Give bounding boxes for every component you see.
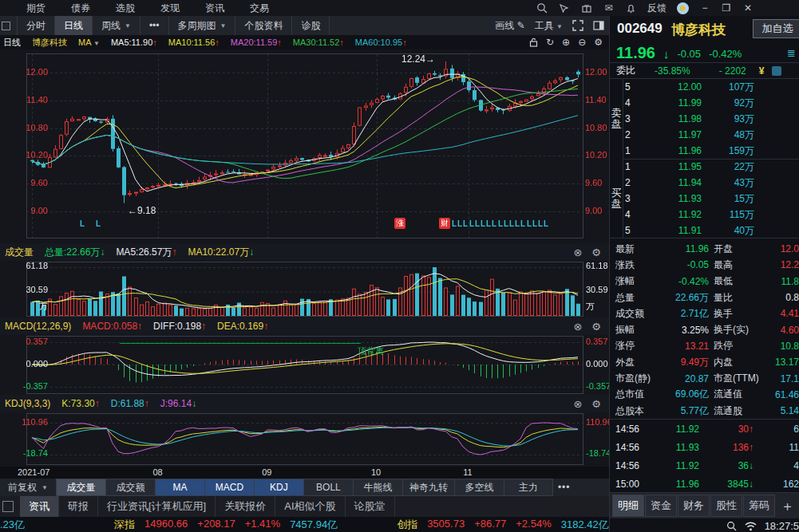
gear-icon[interactable]: ⚙ <box>591 398 601 410</box>
draw-line-button[interactable]: 画线 ✎ <box>495 19 524 33</box>
pointer-icon[interactable] <box>558 2 570 14</box>
index-name[interactable]: 创指 <box>397 518 417 532</box>
toolbar-tab-0[interactable]: 分时 <box>17 16 55 35</box>
refresh-icon[interactable]: ↻ <box>546 37 554 48</box>
gear-icon[interactable]: ⚙ <box>594 37 603 48</box>
gear-icon[interactable]: ⚙ <box>591 246 601 258</box>
close-panel-icon[interactable]: ⊗ <box>573 398 582 410</box>
search-icon[interactable] <box>726 521 737 531</box>
indicator-tab-主力[interactable]: 主力 <box>504 479 553 496</box>
close-panel-icon[interactable]: ⊗ <box>573 246 582 258</box>
adjust-mode-dropdown[interactable]: 前复权▼ <box>0 481 56 495</box>
gift-icon[interactable] <box>580 2 592 14</box>
book-row[interactable]: 111.9522万 <box>623 159 799 175</box>
event-badge[interactable]: 财 <box>439 218 450 229</box>
news-tab-3[interactable]: 关联报价 <box>216 496 275 517</box>
indicator-tab-成交量[interactable]: 成交量 <box>56 479 105 496</box>
panel-toggle-icon[interactable] <box>2 501 14 512</box>
news-tab-0[interactable]: 资讯 <box>20 496 59 517</box>
news-tab-4[interactable]: AI相似个股 <box>275 496 345 517</box>
quote-tab-筹码[interactable]: 筹码 <box>743 495 775 517</box>
minimize-button[interactable]: − <box>699 2 710 14</box>
book-row[interactable]: 311.9893万 <box>623 111 799 127</box>
event-badge[interactable]: 涨 <box>394 218 405 229</box>
gear-icon[interactable]: ⚙ <box>591 321 601 333</box>
indicator-tab-成交额[interactable]: 成交额 <box>105 479 155 496</box>
stat-row: 涨幅-0.42%最低11.8 <box>610 274 799 290</box>
indicator-tab-MA[interactable]: MA <box>155 479 204 496</box>
fullscreen-icon[interactable] <box>572 20 583 31</box>
time-axis-label: 2021-07 <box>18 467 49 477</box>
kdj-plot[interactable]: 110.96 -18.74 110.96 -18.74 <box>0 412 609 467</box>
search-icon[interactable] <box>536 2 548 14</box>
stat-value: 22.66万 <box>659 291 709 305</box>
book-row[interactable]: 311.9315万 <box>623 191 799 207</box>
feedback-link[interactable]: 反馈 <box>647 2 666 15</box>
maximize-button[interactable]: ❐ <box>721 2 732 14</box>
add-watchlist-button[interactable]: 加自选 <box>753 19 799 38</box>
add-tab-button[interactable]: ＋ <box>781 497 794 515</box>
indicator-tab-BOLL[interactable]: BOLL <box>303 479 353 496</box>
book-row[interactable]: 511.9140万 <box>623 223 799 238</box>
panel-layout-icon[interactable] <box>593 21 604 30</box>
menu-item-2[interactable]: 选股 <box>116 2 135 15</box>
zoom-out-icon[interactable]: ⊖ <box>578 37 586 48</box>
volume-plot[interactable]: 61.18 30.59 万 61.18 30.59 万 <box>0 261 609 317</box>
book-row[interactable]: 512.00107万 <box>623 79 799 95</box>
menu-item-1[interactable]: 债券 <box>71 2 90 15</box>
mail-icon[interactable]: ✉ <box>603 2 615 14</box>
bell-icon[interactable] <box>625 2 637 14</box>
list-icon[interactable]: ≣ <box>787 47 796 59</box>
tick-row[interactable]: 14:5611.93136↑11 <box>610 438 799 456</box>
indicator-tab-牛熊线[interactable]: 牛熊线 <box>353 479 402 496</box>
news-tab-2[interactable]: 行业资讯[计算机应用] <box>98 496 216 517</box>
book-row[interactable]: 111.96159万 <box>623 143 799 159</box>
book-row[interactable]: 211.9443万 <box>623 175 799 191</box>
stat-label: 量比 <box>709 291 761 305</box>
book-row[interactable]: 411.9992万 <box>623 95 799 111</box>
ma-dropdown[interactable]: MA ▼ <box>78 37 100 47</box>
tick-row[interactable]: 14:5611.9230↑6 <box>610 420 799 438</box>
menu-item-0[interactable]: 期货 <box>26 2 45 15</box>
close-panel-icon[interactable]: ⊗ <box>573 321 582 333</box>
indicator-tab-神奇九转[interactable]: 神奇九转 <box>402 479 454 496</box>
news-tab-1[interactable]: 研报 <box>59 496 98 517</box>
quote-tab-明细[interactable]: 明细 <box>612 495 644 517</box>
indicator-tab-KDJ[interactable]: KDJ <box>254 479 303 496</box>
book-row[interactable]: 211.9748万 <box>623 127 799 143</box>
volume-title[interactable]: 成交量 <box>5 246 34 259</box>
yen-icon[interactable]: ¥ <box>759 65 765 77</box>
zoom-in-icon[interactable]: ⊕ <box>562 37 570 48</box>
toolbar-tab-5[interactable]: 个股资料 <box>235 16 292 35</box>
kline-chart[interactable]: 12.0012.0011.4011.4010.8010.8010.2010.20… <box>0 49 609 243</box>
toolbar-tab-6[interactable]: 诊股 <box>292 16 330 35</box>
close-button[interactable]: ✕ <box>742 2 754 14</box>
toolbar-tab-label: 多周期图 <box>178 19 216 33</box>
menu-item-5[interactable]: 交易 <box>250 2 269 15</box>
indicator-tab-多空线[interactable]: 多空线 <box>454 479 504 496</box>
macd-title[interactable]: MACD(12,26,9) <box>5 321 71 332</box>
toolbar-tab-1[interactable]: 日线 <box>55 16 93 35</box>
tick-row[interactable]: 14:5611.9236↓4 <box>610 456 799 475</box>
tools-button[interactable]: 工具 ▼ <box>535 19 563 33</box>
toolbar-tab-2[interactable]: 周线▼ <box>93 16 140 35</box>
lock-icon[interactable] <box>529 37 538 47</box>
indicator-tab-MACD[interactable]: MACD <box>204 479 254 496</box>
toolbar-tab-4[interactable]: 多周期图▼ <box>169 16 236 35</box>
stat-label: 最新 <box>610 242 659 256</box>
macd-plot[interactable]: 0.357 0.000 -0.357 0.357 0.000 -0.357 顶背… <box>0 335 609 395</box>
book-row[interactable]: 411.92115万 <box>623 207 799 223</box>
quote-tab-资金[interactable]: 资金 <box>645 495 677 517</box>
index-name[interactable]: 深指 <box>114 518 135 532</box>
menu-item-4[interactable]: 资讯 <box>205 2 224 15</box>
quote-tab-股性[interactable]: 股性 <box>710 495 742 517</box>
menu-item-3[interactable]: 发现 <box>160 2 180 15</box>
user-avatar[interactable]: ☻ <box>677 2 689 14</box>
stat-row: 涨跌-0.05最高12.2 <box>610 257 799 273</box>
news-tab-5[interactable]: 论股堂 <box>346 496 395 517</box>
toolbar-tab-3[interactable]: ••• <box>140 16 169 35</box>
quote-tab-财务[interactable]: 财务 <box>678 495 710 517</box>
tick-row[interactable]: 15:0011.963845↓162 <box>610 475 799 493</box>
more-indicators-button[interactable]: ••• <box>558 482 571 493</box>
kdj-title[interactable]: KDJ(9,3,3) <box>5 398 50 409</box>
